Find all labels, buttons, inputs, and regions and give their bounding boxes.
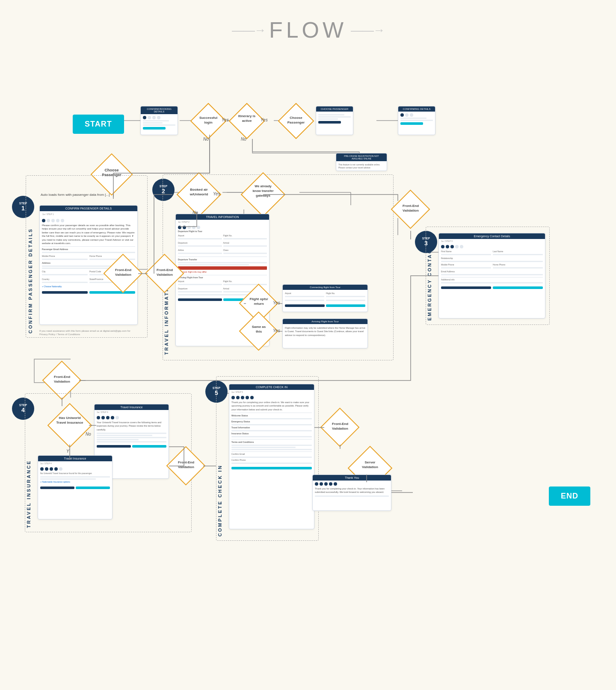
thank-you-form: Thank You Thank you for completing your … xyxy=(312,475,391,511)
successful-login-diamond-wrapper: Successfullogin xyxy=(192,105,224,137)
form-header: CONFIRM PASSENGER DETAILS xyxy=(40,206,137,211)
confirm-passenger-label: CONFIRM PASSENGER DETAILS xyxy=(28,180,33,333)
returning-flight-card: Connecting flight from Tour Airport Flig… xyxy=(282,284,368,312)
frontend-val-4-wrapper: Front-EndValidation xyxy=(45,363,79,398)
title-decoration: ——→ ——→ xyxy=(180,24,436,37)
airport-transfer-card: Arriving Flight from Tour Flight informa… xyxy=(282,318,368,348)
same-yes: Yes xyxy=(273,328,280,333)
booked-air-diamond-wrapper: Booked airw/Uniworld xyxy=(180,175,218,214)
form-header: Arriving Flight from Tour xyxy=(283,319,367,324)
emergency-contact-label: EMERGENCY CONTACT xyxy=(427,231,432,321)
help-text-step1: If you need assistance with this form pl… xyxy=(39,329,138,336)
form-header: COMPLETE CHECK IN xyxy=(229,384,314,390)
confirm-passenger-form-top: CHOOSE PASSENGER xyxy=(316,106,353,135)
emergency-contact-form: Emergency Contact Details 1a / STEP 3 Fi… xyxy=(438,233,545,318)
confirming-details-form: CONFIRMING DETAILS xyxy=(398,106,435,135)
frontend-val-1-wrapper: Front-EndValidation xyxy=(106,257,140,291)
login-no-label: No xyxy=(203,137,209,142)
pre-cruise-header: PRE-CRUISE REGISTRATION NOT AVAILABLE ON… xyxy=(336,153,387,161)
frontend-val-5-wrapper: Front-EndValidation xyxy=(169,449,203,483)
form-header: Thank You xyxy=(313,475,391,481)
form-header: Travel Insurance xyxy=(95,404,169,410)
insurance-no: No xyxy=(86,432,91,436)
flow-connectors xyxy=(0,47,616,690)
extra-connectors xyxy=(0,47,616,690)
insurance-yes: Y xyxy=(66,449,69,454)
same-as-this-wrapper: Same asthis xyxy=(242,314,276,348)
travel-insurance-label: TRAVEL INSURANCE xyxy=(26,398,31,528)
itinerary-active-diamond-wrapper: Itinerary isactive xyxy=(231,105,263,137)
form-header: Travel Insurance xyxy=(38,456,112,461)
has-insurance-wrapper: Has UniworldTravel Insurance xyxy=(50,406,89,445)
form-header: CONFIRM BOOKING DETAILS xyxy=(141,106,178,114)
left-arrow-icon: ——→ xyxy=(232,24,265,37)
flight-yes: Yes xyxy=(273,301,280,305)
pre-cruise-text: This feature is not currently available … xyxy=(338,163,385,169)
pre-cruise-form: PRE-CRUISE REGISTRATION NOT AVAILABLE ON… xyxy=(336,153,387,171)
form-header: Emergency Contact Details xyxy=(439,233,545,239)
right-arrow-icon: ——→ xyxy=(351,24,384,37)
booked-air-yes: Yes xyxy=(213,192,220,196)
form-header: CHOOSE PASSENGER xyxy=(316,106,353,112)
login-yes-label: Yes xyxy=(222,118,229,122)
choose-passenger-top-wrapper: ChoosePassenger xyxy=(280,105,312,137)
end-button: END xyxy=(549,487,590,506)
form-header: Connecting flight from Tour xyxy=(283,285,367,290)
itinerary-no-label: No xyxy=(241,137,246,142)
auto-loads-text: Auto loads form with passenger data from… xyxy=(41,192,139,197)
frontend-val-2-wrapper: Front-EndValidation xyxy=(148,257,182,291)
form-header: CONFIRMING DETAILS xyxy=(398,106,435,112)
flow-diagram: START CONFIRM BOOKING DETAILS Successful… xyxy=(0,47,616,690)
confirm-booking-form-top: CONFIRM BOOKING DETAILS xyxy=(140,106,178,135)
travel-insurance-without-form: Travel Insurance 1a / STEP 4 No Uniworld… xyxy=(38,455,113,519)
form-header: TRAVEL INFORMATION xyxy=(176,214,269,220)
complete-checkin-form: COMPLETE CHECK IN 1a / STEP 5 Thank you … xyxy=(229,384,314,529)
complete-checkin-label: COMPLETE CHECK IN xyxy=(217,380,222,537)
itinerary-yes-label: Yes xyxy=(261,118,268,122)
we-know-transfers-wrapper: We alreadyknow transfergateways xyxy=(244,175,282,214)
frontend-val-6-wrapper: Front-EndValidation xyxy=(323,410,357,445)
frontend-val-3-wrapper: Front-EndValidation xyxy=(394,192,428,227)
start-button: START xyxy=(73,115,124,134)
